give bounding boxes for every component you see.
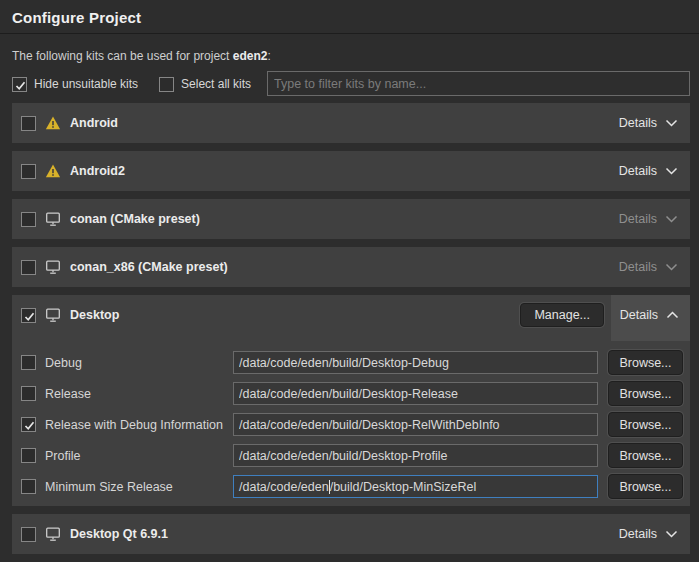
kit-filter-toolbar: Hide unsuitable kits Select all kits [12,74,251,94]
hide-unsuitable-label: Hide unsuitable kits [34,77,138,91]
build-config-checkbox[interactable] [21,479,36,494]
kit-row-android: Android Details [12,103,690,143]
build-config-label: Minimum Size Release [45,480,173,494]
build-config-label: Profile [45,449,80,463]
kit-checkbox[interactable] [21,164,36,179]
details-button[interactable]: Details [617,256,680,278]
kit-name: conan (CMake preset) [70,212,200,226]
kit-name: Desktop Qt 6.9.1 [70,527,168,541]
chevron-up-icon [666,311,679,320]
build-dir-input[interactable] [233,413,598,436]
hide-unsuitable-checkbox[interactable] [12,77,27,92]
build-config-row-release: Release Browse... [12,382,690,405]
build-dir-input[interactable] [233,351,598,374]
details-label: Details [619,260,657,274]
build-config-label: Release with Debug Information [45,418,223,432]
kit-name: Android [70,116,118,130]
chevron-down-icon [665,263,678,272]
browse-button[interactable]: Browse... [608,412,683,437]
details-label: Details [619,164,657,178]
kit-row-desktop-qt: Desktop Qt 6.9.1 Details [12,514,690,554]
intro-text: The following kits can be used for proje… [12,49,271,63]
kit-filter-input[interactable] [267,71,690,96]
build-config-row-debug: Debug Browse... [12,351,690,374]
kit-checkbox[interactable] [21,527,36,542]
kit-checkbox[interactable] [21,308,36,323]
kit-checkbox[interactable] [21,212,36,227]
kit-row-conan: conan (CMake preset) Details [12,199,690,239]
chevron-down-icon [665,530,678,539]
checkmark-icon [23,310,36,323]
path-before-caret: /data/code/eden [239,480,329,494]
details-button[interactable]: Details [617,112,680,134]
kit-checkbox[interactable] [21,260,36,275]
build-config-checkbox[interactable] [21,417,36,432]
kit-name: Desktop [70,308,119,322]
select-all-label: Select all kits [181,77,251,91]
kit-name: conan_x86 (CMake preset) [70,260,228,274]
build-dir-input-focused[interactable]: /data/code/eden /build/Desktop-MinSizeRe… [233,475,598,498]
desktop-icon [45,259,61,275]
details-label: Details [619,116,657,130]
warning-icon [45,115,61,131]
build-config-checkbox[interactable] [21,355,36,370]
intro-prefix: The following kits can be used for proje… [12,49,233,63]
kit-checkbox[interactable] [21,116,36,131]
kit-name: Android2 [70,164,125,178]
manage-button[interactable]: Manage... [520,303,604,327]
chevron-down-icon [665,167,678,176]
configure-project-page: Configure Project The following kits can… [0,0,699,562]
build-config-checkbox[interactable] [21,386,36,401]
kit-row-desktop: Desktop Manage... Details [12,295,690,335]
checkmark-icon [14,79,27,92]
build-config-row-relwithdebinfo: Release with Debug Information Browse... [12,413,690,436]
build-config-checkbox[interactable] [21,448,36,463]
details-button[interactable]: Details [618,304,681,326]
warning-icon [45,163,61,179]
build-config-row-minsizerel: Minimum Size Release /data/code/eden /bu… [12,475,690,498]
desktop-icon [45,307,61,323]
browse-button[interactable]: Browse... [608,381,683,406]
browse-button[interactable]: Browse... [608,350,683,375]
details-label: Details [619,527,657,541]
build-config-row-profile: Profile Browse... [12,444,690,467]
path-after-caret: /build/Desktop-MinSizeRel [330,480,477,494]
details-button[interactable]: Details [617,160,680,182]
project-name: eden2 [233,49,268,63]
checkmark-icon [23,419,36,432]
build-dir-input[interactable] [233,382,598,405]
details-button[interactable]: Details [617,523,680,545]
intro-suffix: : [267,49,270,63]
select-all-checkbox[interactable] [159,77,174,92]
chevron-down-icon [665,215,678,224]
kit-row-android2: Android2 Details [12,151,690,191]
title-separator [0,33,699,34]
build-dir-input[interactable] [233,444,598,467]
browse-button[interactable]: Browse... [608,474,683,499]
kit-row-conan-x86: conan_x86 (CMake preset) Details [12,247,690,287]
details-button[interactable]: Details [617,208,680,230]
build-config-label: Debug [45,356,82,370]
details-label: Details [619,212,657,226]
build-config-label: Release [45,387,91,401]
details-label: Details [620,308,658,322]
browse-button[interactable]: Browse... [608,443,683,468]
desktop-icon [45,211,61,227]
chevron-down-icon [665,119,678,128]
desktop-icon [45,526,61,542]
kit-panel-desktop: Desktop Manage... Details Debug Browse..… [12,295,690,506]
page-title: Configure Project [12,9,141,26]
